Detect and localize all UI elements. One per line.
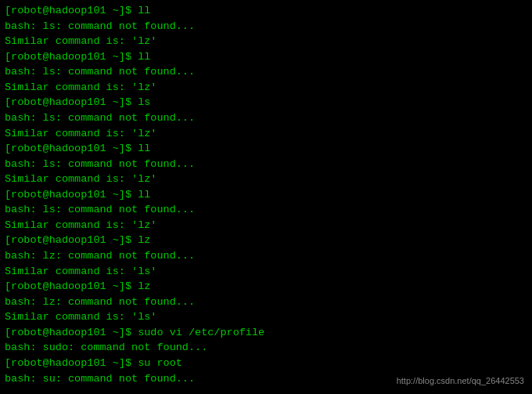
terminal-line: [robot@hadoop101 ~]$ su root [5,356,527,371]
watermark: http://blog.csdn.net/qq_26442553 [397,375,524,388]
terminal-line: Similar command is: 'lz' [5,34,527,49]
terminal-line: [robot@hadoop101 ~]$ ll [5,187,527,203]
terminal-line: Similar command is: 'lz' [5,126,527,142]
terminal-line: bash: ls: command not found... [5,64,527,80]
terminal-line: Similar command is: 'ls' [5,264,527,280]
terminal-line: Similar command is: 'lz' [5,80,527,96]
terminal-line: [robot@hadoop101 ~]$ ll [5,3,527,19]
terminal-output: [robot@hadoop101 ~]$ llbash: ls: command… [5,3,527,386]
terminal-line: bash: ls: command not found... [5,110,527,126]
terminal-line: [robot@hadoop101 ~]$ sudo vi /etc/profil… [5,325,527,341]
terminal-line: bash: sudo: command not found... [5,340,527,356]
terminal-line: bash: ls: command not found... [5,157,527,172]
terminal-window: [robot@hadoop101 ~]$ llbash: ls: command… [0,0,532,394]
terminal-line: Similar command is: 'lz' [5,218,527,233]
terminal-line: bash: ls: command not found... [5,19,527,34]
terminal-line: [robot@hadoop101 ~]$ lz [5,233,527,248]
terminal-line: bash: lz: command not found... [5,295,527,310]
terminal-line: [robot@hadoop101 ~]$ ll [5,49,527,65]
terminal-line: [robot@hadoop101 ~]$ ll [5,141,527,157]
terminal-line: Similar command is: 'ls' [5,309,527,325]
terminal-line: Similar command is: 'lz' [5,172,527,187]
terminal-line: bash: ls: command not found... [5,202,527,218]
terminal-line: [robot@hadoop101 ~]$ ls [5,95,527,110]
terminal-line: [robot@hadoop101 ~]$ lz [5,279,527,295]
terminal-line: bash: lz: command not found... [5,248,527,264]
